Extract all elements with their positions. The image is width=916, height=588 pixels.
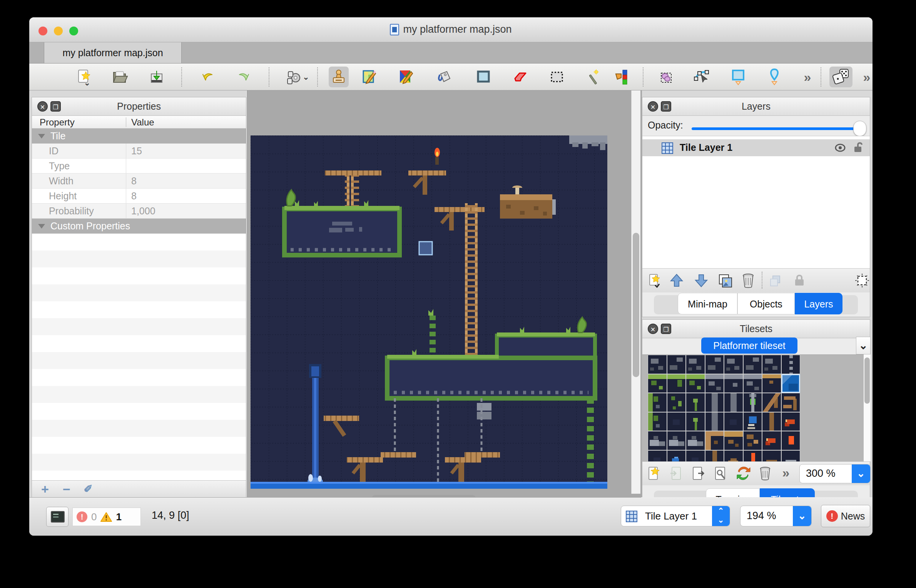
tileset-tile-rocks[interactable] [648,431,667,450]
tileset-tile-gside[interactable] [648,393,667,412]
tileset-tile-stone[interactable] [648,355,667,374]
terrain-brush-tool[interactable] [359,67,379,87]
console-button[interactable] [46,507,69,527]
export-tileset-button[interactable] [689,464,707,482]
tileset-grid-area[interactable] [642,354,864,461]
automap-button[interactable]: ⌄ [283,67,311,87]
tileset-tile-stone[interactable] [762,355,781,374]
tileset-tile-stone2[interactable] [743,355,762,374]
random-mode-toggle[interactable] [829,67,852,87]
delete-tileset-button[interactable] [756,464,774,482]
toolbar-overflow-button[interactable]: » [797,67,817,87]
magic-wand-tool[interactable] [584,67,604,87]
remove-property-button[interactable]: − [58,481,75,497]
edit-polygons-tool[interactable] [691,67,711,87]
duplicate-layer-button[interactable] [716,272,734,289]
tileset-tile-water[interactable] [781,374,801,393]
custom-properties-empty-list[interactable] [32,234,246,480]
tileset-tile-gem[interactable] [667,450,686,462]
property-row-width[interactable]: Width8 [32,174,246,189]
refresh-tileset-button[interactable] [735,464,752,482]
tileset-tile-rocks[interactable] [667,431,686,450]
raise-layer-button[interactable] [668,272,685,289]
tileset-tile-flag[interactable] [743,412,762,431]
scrollbar-thumb[interactable] [633,233,639,377]
show-other-layers-button[interactable] [766,272,784,289]
issues-counter[interactable]: ! 0 1 [72,508,141,526]
toolbar-overflow-button-2[interactable]: » [857,67,873,87]
tileset-tile-wall[interactable] [743,374,762,393]
stepper-icon[interactable]: ⌃⌄ [712,506,730,526]
eraser-tool[interactable] [510,67,530,87]
embed-tileset-button[interactable] [667,464,685,482]
opacity-slider-knob[interactable] [853,121,866,136]
tileset-tile-dark[interactable] [667,412,686,431]
opacity-slider[interactable] [692,127,860,130]
tileset-tile-fox[interactable] [781,412,801,431]
new-layer-button[interactable] [645,272,663,289]
tileset-tile-gdots[interactable] [667,393,686,412]
map-zoom-combo[interactable]: 194 % ⌄ [740,506,812,526]
tileset-tile-stone2[interactable] [705,355,724,374]
tileset-tile-dark[interactable] [648,450,667,462]
group-header-tile[interactable]: Tile [32,129,246,144]
tileset-tile-rocks[interactable] [686,431,705,450]
map-canvas[interactable] [251,135,607,489]
edit-property-button[interactable]: ✐ [80,481,97,497]
lock-other-layers-button[interactable] [791,272,808,289]
tileset-tile-stone[interactable] [686,355,705,374]
tileset-tile-stone2[interactable] [667,355,686,374]
new-tileset-button[interactable] [645,464,662,482]
delete-layer-button[interactable] [739,272,757,289]
insert-point-tool[interactable] [764,67,784,87]
tileset-grid[interactable] [648,355,800,461]
float-panel-icon[interactable]: ❐ [661,101,671,112]
layer-list[interactable]: Tile Layer 1 [642,136,870,269]
tileset-tile-planks[interactable] [781,393,801,412]
property-row-height[interactable]: Height8 [32,189,246,204]
select-objects-tool[interactable] [656,67,676,87]
new-map-button[interactable]: ⌄ [74,67,94,87]
float-panel-icon[interactable]: ❐ [50,101,61,112]
tileset-tile-grass2[interactable] [667,374,686,393]
add-property-button[interactable]: + [37,481,53,497]
group-header-custom-properties[interactable]: Custom Properties [32,219,246,234]
scrollbar-thumb[interactable] [864,357,870,404]
tileset-tile-handleG[interactable] [781,450,801,462]
tileset-tile-plant[interactable] [686,412,705,431]
tileset-tile-grass[interactable] [686,374,705,393]
tileset-tile-fire[interactable] [781,431,801,450]
undo-button[interactable] [197,67,217,87]
current-layer-selector[interactable]: Tile Layer 1 ⌃⌄ [621,506,730,526]
stamp-brush-tool[interactable] [329,67,349,87]
tileset-tile-lamp[interactable] [743,393,762,412]
map-view[interactable] [247,90,642,506]
tileset-overflow-button[interactable]: » [777,464,795,481]
map-vertical-scrollbar[interactable] [631,90,640,494]
tab-layers[interactable]: Layers [795,293,842,314]
tileset-tile-dirtt[interactable] [724,431,743,450]
lower-layer-button[interactable] [692,272,710,289]
tileset-tile-grass[interactable] [648,374,667,393]
tileset-tile-boulder[interactable] [724,450,743,462]
highlight-current-layer-button[interactable] [853,272,871,289]
edit-tileset-button[interactable] [712,464,729,482]
rect-select-tool[interactable] [547,67,567,87]
tileset-tile-pillar[interactable] [705,393,724,412]
close-panel-icon[interactable]: ✕ [648,324,658,334]
title-bar[interactable]: my platformer map.json [29,17,873,42]
select-same-tile-tool[interactable] [612,67,632,87]
property-row-type[interactable]: Type [32,159,246,174]
property-row-probability[interactable]: Probability1,000 [32,204,246,219]
open-file-button[interactable] [110,67,130,87]
float-panel-icon[interactable]: ❐ [661,324,671,334]
tileset-tile-dirt[interactable] [743,431,762,450]
tileset-tile-gside[interactable] [648,412,667,431]
save-button[interactable] [147,67,167,87]
tileset-tile-brace[interactable] [762,393,781,412]
insert-rectangle-tool[interactable] [728,67,748,87]
tileset-tab-platformer[interactable]: Platformer tileset [701,337,797,354]
property-row-id[interactable]: ID15 [32,144,246,159]
document-tab[interactable]: my platformer map.json [44,42,182,63]
tileset-tile-dark[interactable] [686,450,705,462]
